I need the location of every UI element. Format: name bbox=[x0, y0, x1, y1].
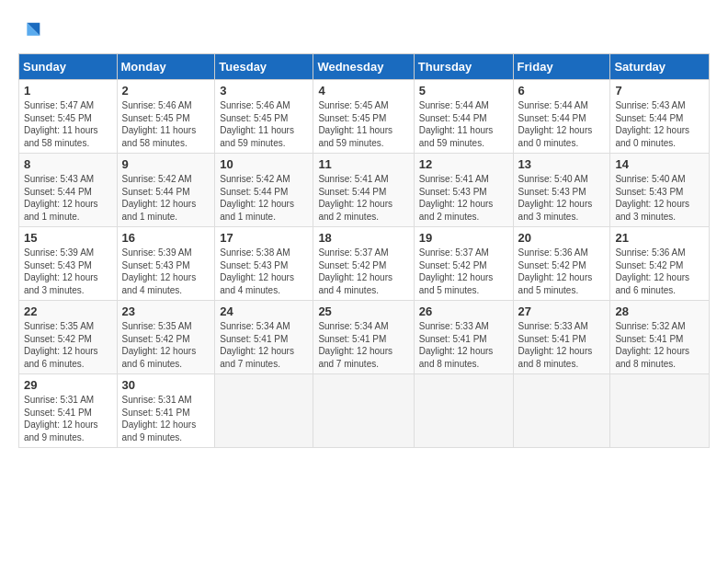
day-info: Sunrise: 5:38 AM Sunset: 5:43 PM Dayligh… bbox=[220, 247, 308, 296]
day-info: Sunrise: 5:46 AM Sunset: 5:45 PM Dayligh… bbox=[122, 99, 210, 149]
day-number: 19 bbox=[419, 231, 508, 245]
header-cell-saturday: Saturday bbox=[610, 54, 710, 80]
page-header bbox=[18, 18, 710, 44]
day-info: Sunrise: 5:34 AM Sunset: 5:41 PM Dayligh… bbox=[220, 320, 308, 370]
day-info: Sunrise: 5:40 AM Sunset: 5:43 PM Dayligh… bbox=[615, 173, 704, 223]
day-info: Sunrise: 5:33 AM Sunset: 5:41 PM Dayligh… bbox=[419, 320, 508, 370]
day-number: 28 bbox=[615, 304, 704, 318]
day-info: Sunrise: 5:46 AM Sunset: 5:45 PM Dayligh… bbox=[220, 99, 308, 149]
day-info: Sunrise: 5:42 AM Sunset: 5:44 PM Dayligh… bbox=[220, 173, 308, 223]
calendar-cell: 30Sunrise: 5:31 AM Sunset: 5:41 PM Dayli… bbox=[117, 374, 215, 448]
day-info: Sunrise: 5:35 AM Sunset: 5:42 PM Dayligh… bbox=[24, 320, 112, 370]
day-number: 24 bbox=[220, 304, 308, 318]
day-info: Sunrise: 5:45 AM Sunset: 5:45 PM Dayligh… bbox=[318, 99, 408, 149]
calendar-cell: 26Sunrise: 5:33 AM Sunset: 5:41 PM Dayli… bbox=[414, 301, 513, 374]
day-number: 2 bbox=[122, 84, 210, 98]
header-row: SundayMondayTuesdayWednesdayThursdayFrid… bbox=[19, 54, 710, 80]
header-cell-tuesday: Tuesday bbox=[215, 54, 313, 80]
calendar-cell: 2Sunrise: 5:46 AM Sunset: 5:45 PM Daylig… bbox=[117, 80, 215, 154]
calendar-cell: 9Sunrise: 5:42 AM Sunset: 5:44 PM Daylig… bbox=[117, 154, 215, 227]
day-info: Sunrise: 5:31 AM Sunset: 5:41 PM Dayligh… bbox=[122, 394, 210, 443]
day-number: 4 bbox=[318, 84, 408, 98]
calendar-cell bbox=[513, 374, 610, 448]
calendar-cell: 21Sunrise: 5:36 AM Sunset: 5:42 PM Dayli… bbox=[610, 227, 710, 301]
day-info: Sunrise: 5:43 AM Sunset: 5:44 PM Dayligh… bbox=[615, 99, 704, 149]
header-cell-sunday: Sunday bbox=[19, 54, 118, 80]
day-number: 27 bbox=[518, 304, 606, 318]
day-number: 29 bbox=[24, 378, 112, 392]
calendar-cell: 19Sunrise: 5:37 AM Sunset: 5:42 PM Dayli… bbox=[414, 227, 513, 301]
calendar-week-row: 22Sunrise: 5:35 AM Sunset: 5:42 PM Dayli… bbox=[19, 301, 710, 374]
day-number: 20 bbox=[518, 231, 606, 245]
day-info: Sunrise: 5:31 AM Sunset: 5:41 PM Dayligh… bbox=[24, 394, 112, 443]
logo-icon bbox=[18, 18, 44, 44]
calendar-cell bbox=[215, 374, 313, 448]
day-number: 23 bbox=[122, 304, 210, 318]
day-number: 16 bbox=[122, 231, 210, 245]
header-cell-wednesday: Wednesday bbox=[313, 54, 414, 80]
calendar-week-row: 8Sunrise: 5:43 AM Sunset: 5:44 PM Daylig… bbox=[19, 154, 710, 227]
day-number: 30 bbox=[122, 378, 210, 392]
day-info: Sunrise: 5:41 AM Sunset: 5:44 PM Dayligh… bbox=[318, 173, 408, 223]
calendar-cell: 1Sunrise: 5:47 AM Sunset: 5:45 PM Daylig… bbox=[19, 80, 118, 154]
day-info: Sunrise: 5:32 AM Sunset: 5:41 PM Dayligh… bbox=[615, 320, 704, 370]
day-number: 10 bbox=[220, 157, 308, 171]
calendar-cell: 29Sunrise: 5:31 AM Sunset: 5:41 PM Dayli… bbox=[19, 374, 118, 448]
calendar-cell: 11Sunrise: 5:41 AM Sunset: 5:44 PM Dayli… bbox=[313, 154, 414, 227]
header-cell-thursday: Thursday bbox=[414, 54, 513, 80]
calendar-cell: 18Sunrise: 5:37 AM Sunset: 5:42 PM Dayli… bbox=[313, 227, 414, 301]
day-info: Sunrise: 5:39 AM Sunset: 5:43 PM Dayligh… bbox=[24, 247, 112, 296]
day-info: Sunrise: 5:35 AM Sunset: 5:42 PM Dayligh… bbox=[122, 320, 210, 370]
day-number: 6 bbox=[518, 84, 606, 98]
header-cell-monday: Monday bbox=[117, 54, 215, 80]
calendar-cell: 8Sunrise: 5:43 AM Sunset: 5:44 PM Daylig… bbox=[19, 154, 118, 227]
calendar-body: 1Sunrise: 5:47 AM Sunset: 5:45 PM Daylig… bbox=[19, 80, 710, 448]
calendar-cell bbox=[610, 374, 710, 448]
logo bbox=[18, 18, 46, 44]
day-info: Sunrise: 5:44 AM Sunset: 5:44 PM Dayligh… bbox=[518, 99, 606, 149]
calendar-week-row: 15Sunrise: 5:39 AM Sunset: 5:43 PM Dayli… bbox=[19, 227, 710, 301]
day-number: 15 bbox=[24, 231, 112, 245]
calendar-week-row: 1Sunrise: 5:47 AM Sunset: 5:45 PM Daylig… bbox=[19, 80, 710, 154]
day-number: 11 bbox=[318, 157, 408, 171]
day-number: 5 bbox=[419, 84, 508, 98]
calendar-cell: 22Sunrise: 5:35 AM Sunset: 5:42 PM Dayli… bbox=[19, 301, 118, 374]
day-number: 9 bbox=[122, 157, 210, 171]
day-number: 13 bbox=[518, 157, 606, 171]
calendar-cell: 14Sunrise: 5:40 AM Sunset: 5:43 PM Dayli… bbox=[610, 154, 710, 227]
calendar-cell: 23Sunrise: 5:35 AM Sunset: 5:42 PM Dayli… bbox=[117, 301, 215, 374]
day-info: Sunrise: 5:37 AM Sunset: 5:42 PM Dayligh… bbox=[318, 247, 408, 296]
day-info: Sunrise: 5:44 AM Sunset: 5:44 PM Dayligh… bbox=[419, 99, 508, 149]
calendar-cell bbox=[313, 374, 414, 448]
calendar-cell: 13Sunrise: 5:40 AM Sunset: 5:43 PM Dayli… bbox=[513, 154, 610, 227]
calendar-table: SundayMondayTuesdayWednesdayThursdayFrid… bbox=[18, 53, 710, 448]
day-info: Sunrise: 5:47 AM Sunset: 5:45 PM Dayligh… bbox=[24, 99, 112, 149]
calendar-week-row: 29Sunrise: 5:31 AM Sunset: 5:41 PM Dayli… bbox=[19, 374, 710, 448]
calendar-cell: 17Sunrise: 5:38 AM Sunset: 5:43 PM Dayli… bbox=[215, 227, 313, 301]
day-number: 12 bbox=[419, 157, 508, 171]
day-info: Sunrise: 5:34 AM Sunset: 5:41 PM Dayligh… bbox=[318, 320, 408, 370]
calendar-cell: 16Sunrise: 5:39 AM Sunset: 5:43 PM Dayli… bbox=[117, 227, 215, 301]
day-number: 3 bbox=[220, 84, 308, 98]
day-info: Sunrise: 5:39 AM Sunset: 5:43 PM Dayligh… bbox=[122, 247, 210, 296]
calendar-cell bbox=[414, 374, 513, 448]
day-info: Sunrise: 5:40 AM Sunset: 5:43 PM Dayligh… bbox=[518, 173, 606, 223]
calendar-cell: 3Sunrise: 5:46 AM Sunset: 5:45 PM Daylig… bbox=[215, 80, 313, 154]
calendar-cell: 15Sunrise: 5:39 AM Sunset: 5:43 PM Dayli… bbox=[19, 227, 118, 301]
calendar-cell: 7Sunrise: 5:43 AM Sunset: 5:44 PM Daylig… bbox=[610, 80, 710, 154]
day-number: 14 bbox=[615, 157, 704, 171]
day-info: Sunrise: 5:37 AM Sunset: 5:42 PM Dayligh… bbox=[419, 247, 508, 296]
day-info: Sunrise: 5:43 AM Sunset: 5:44 PM Dayligh… bbox=[24, 173, 112, 223]
day-info: Sunrise: 5:36 AM Sunset: 5:42 PM Dayligh… bbox=[615, 247, 704, 296]
day-number: 21 bbox=[615, 231, 704, 245]
day-info: Sunrise: 5:42 AM Sunset: 5:44 PM Dayligh… bbox=[122, 173, 210, 223]
day-info: Sunrise: 5:41 AM Sunset: 5:43 PM Dayligh… bbox=[419, 173, 508, 223]
calendar-cell: 25Sunrise: 5:34 AM Sunset: 5:41 PM Dayli… bbox=[313, 301, 414, 374]
calendar-cell: 10Sunrise: 5:42 AM Sunset: 5:44 PM Dayli… bbox=[215, 154, 313, 227]
day-number: 17 bbox=[220, 231, 308, 245]
calendar-cell: 27Sunrise: 5:33 AM Sunset: 5:41 PM Dayli… bbox=[513, 301, 610, 374]
calendar-cell: 4Sunrise: 5:45 AM Sunset: 5:45 PM Daylig… bbox=[313, 80, 414, 154]
calendar-cell: 6Sunrise: 5:44 AM Sunset: 5:44 PM Daylig… bbox=[513, 80, 610, 154]
day-number: 25 bbox=[318, 304, 408, 318]
calendar-cell: 24Sunrise: 5:34 AM Sunset: 5:41 PM Dayli… bbox=[215, 301, 313, 374]
